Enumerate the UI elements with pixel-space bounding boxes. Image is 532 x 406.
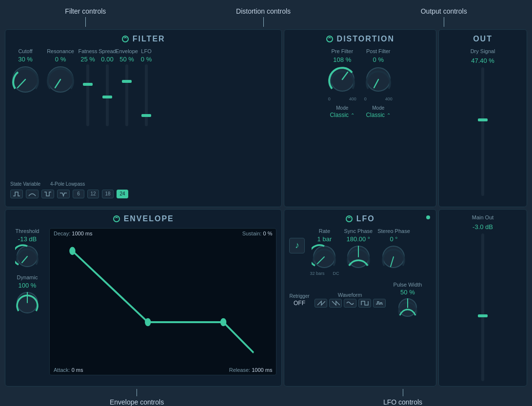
lfo-power-button[interactable] [346, 215, 353, 222]
sync-phase-knob[interactable] [346, 244, 371, 270]
main-out-slider[interactable] [481, 233, 484, 382]
filter-envelope-slider[interactable] [125, 64, 128, 126]
dry-signal-label: Dry Signal [471, 48, 495, 54]
state-variable-label: State Variable [10, 181, 40, 187]
lfo-wave-sine[interactable] [344, 299, 356, 308]
dry-signal-value: 47.40 % [471, 57, 494, 64]
svg-point-8 [220, 318, 226, 326]
wave-btn-notch[interactable] [57, 190, 70, 198]
envelope-panel: ENVELOPE Threshold -13 dB [5, 209, 282, 387]
fatness-slider-container: Fatness 25 % [80, 48, 95, 126]
dynamic-knob-container: Dynamic 100 % [15, 274, 39, 315]
filter-controls-annotation: Filter controls [65, 7, 106, 27]
post-mode-chevron: ⌃ [387, 113, 391, 118]
slope-24-button[interactable]: 24 [117, 190, 128, 198]
lfo-controls-annotation: LFO controls [383, 389, 422, 406]
rate-knob[interactable] [312, 244, 337, 270]
fatness-slider[interactable] [86, 64, 89, 126]
pre-mode-select[interactable]: Classic ⌃ [330, 112, 355, 118]
resonance-knob[interactable] [45, 64, 76, 95]
lfo-wave-revsaw[interactable] [329, 299, 342, 308]
lfo-wave-square[interactable] [358, 299, 371, 308]
svg-point-7 [145, 318, 151, 326]
envelope-display: Decay: 1000 ms Sustain: 0 % Attack: 0 ms… [49, 228, 276, 376]
cutoff-knob-container: Cutoff 30 % [10, 48, 40, 95]
output-controls-annotation: Output controls [421, 7, 467, 27]
lfo-active-indicator [426, 215, 430, 219]
filter-lfo-slider-container: LFO 0 % [139, 48, 154, 126]
pre-filter-value: 108 % [333, 56, 351, 63]
pre-filter-knob[interactable] [328, 65, 356, 94]
main-out-label: Main Out [472, 214, 494, 220]
note-icon[interactable]: ♪ [289, 238, 305, 253]
filter-power-button[interactable] [122, 36, 129, 42]
lfo-wave-random[interactable] [373, 299, 386, 308]
slope-12-button[interactable]: 12 [87, 190, 99, 198]
pulse-width-knob[interactable] [397, 297, 418, 318]
filter-title: FILTER [133, 35, 165, 43]
svg-point-6 [69, 247, 75, 255]
dry-signal-slider[interactable] [481, 67, 484, 196]
post-filter-value: 0 % [373, 56, 384, 63]
pre-mode-chevron: ⌃ [351, 113, 355, 118]
main-out-value: -3.0 dB [473, 223, 493, 231]
wave-btn-bp[interactable] [26, 190, 39, 198]
post-filter-knob[interactable] [364, 65, 393, 94]
resonance-knob-container: Resonance 0 % [45, 48, 76, 95]
threshold-knob[interactable] [15, 244, 39, 269]
slope-6-button[interactable]: 6 [73, 190, 84, 198]
wave-btn-hp[interactable] [41, 190, 54, 198]
slope-18-button[interactable]: 18 [102, 190, 114, 198]
envelope-title: ENVELOPE [124, 214, 174, 223]
stereo-phase-knob-container: Stereo Phase 0 ° [377, 228, 410, 270]
four-pole-label: 4-Pole Lowpass [50, 181, 85, 187]
output-panel: OUT Dry Signal 47.40 % [438, 29, 527, 207]
lfo-title: LFO [356, 214, 375, 223]
rate-knob-container: Rate 1 bar 32 bars DC [310, 228, 339, 276]
pulse-width-section: Pulse Width 50 % [394, 282, 422, 318]
sync-phase-knob-container: Sync Phase 180.00 ° [344, 228, 373, 270]
distortion-title: DISTORTION [337, 35, 394, 43]
filter-envelope-slider-container: Envelope 50 % [119, 48, 134, 126]
retrigger-section: Retrigger OFF [289, 293, 309, 307]
stereo-phase-knob[interactable] [381, 244, 406, 270]
wave-btn-lp[interactable] [10, 190, 23, 198]
output-title: OUT [473, 35, 493, 43]
pre-filter-label: Pre Filter [331, 48, 353, 54]
post-filter-label: Post Filter [366, 48, 391, 54]
main-out-panel: Main Out -3.0 dB [438, 209, 527, 387]
threshold-knob-container: Threshold -13 dB [15, 228, 39, 269]
spread-slider-container: Spread 0.00 [100, 48, 115, 126]
dynamic-knob[interactable] [15, 290, 39, 315]
filter-panel: FILTER Cutoff 30 % [5, 29, 282, 207]
pre-mode-label: Mode [336, 105, 348, 111]
lfo-wave-saw[interactable] [315, 299, 327, 308]
distortion-power-button[interactable] [326, 36, 333, 42]
distortion-controls-annotation: Distortion controls [236, 7, 291, 27]
envelope-power-button[interactable] [113, 215, 120, 222]
post-mode-label: Mode [372, 105, 384, 111]
distortion-panel: DISTORTION Pre Filter 108 % 0 400 [284, 29, 436, 207]
envelope-controls-annotation: Envelope controls [110, 389, 164, 406]
lfo-panel: LFO ♪ Rate 1 bar [284, 209, 436, 387]
post-mode-select[interactable]: Classic ⌃ [366, 112, 391, 118]
filter-lfo-slider[interactable] [145, 64, 148, 126]
spread-slider[interactable] [106, 64, 109, 126]
cutoff-knob[interactable] [10, 64, 40, 95]
